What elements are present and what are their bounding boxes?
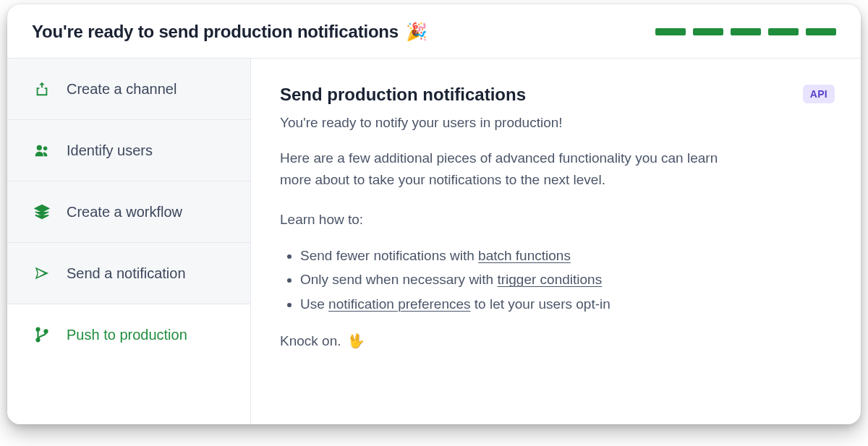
paper-plane-icon [33,265,51,282]
sidebar-item-identify-users[interactable]: Identify users [7,120,250,181]
list-item: Use notification preferences to let your… [300,293,728,314]
sidebar-item-label: Send a notification [67,265,186,282]
progress-bar [655,28,836,35]
list-item: Only send when necessary with trigger co… [300,269,728,290]
main-content: Send production notifications API You're… [251,59,861,424]
page-title-text: You're ready to send production notifica… [32,22,399,42]
list-item: Send fewer notifications with batch func… [300,245,728,266]
sidebar-item-create-channel[interactable]: Create a channel [7,59,250,120]
users-icon [33,142,51,159]
upload-box-icon [33,80,51,98]
link-trigger-conditions[interactable]: trigger conditions [497,272,602,287]
api-badge: API [803,85,835,103]
progress-segment [655,28,686,35]
sidebar-item-label: Create a channel [67,81,176,98]
vulcan-salute-icon: 🖖 [347,330,365,351]
sidebar-item-label: Push to production [67,327,187,343]
party-popper-icon: 🎉 [406,22,427,42]
sidebar-item-push-production[interactable]: Push to production [7,304,250,365]
layers-icon [33,203,51,220]
sidebar-item-label: Identify users [67,142,153,159]
svg-point-4 [44,330,47,333]
onboarding-card: You're ready to send production notifica… [7,4,861,424]
steps-sidebar: Create a channel Identify users Create a… [7,59,251,424]
git-branch-icon [33,326,51,343]
signoff-text: Knock on. [280,330,341,351]
learn-heading: Learn how to: [280,209,728,230]
svg-point-1 [43,147,48,151]
content-title: Send production notifications [280,85,526,105]
svg-point-2 [36,328,39,331]
sidebar-item-label: Create a workflow [67,204,182,220]
svg-point-0 [37,145,42,150]
link-batch-functions[interactable]: batch functions [478,248,571,263]
progress-segment [731,28,761,35]
progress-segment [768,28,799,35]
intro-text: You're ready to notify your users in pro… [280,112,728,133]
link-notification-preferences[interactable]: notification preferences [328,296,470,312]
sidebar-item-send-notification[interactable]: Send a notification [7,243,250,304]
svg-point-3 [36,338,39,341]
progress-segment [693,28,723,35]
signoff: Knock on. 🖖 [280,330,728,351]
learn-list: Send fewer notifications with batch func… [280,245,728,314]
page-title: You're ready to send production notifica… [32,22,427,42]
card-body: Create a channel Identify users Create a… [7,59,861,424]
card-header: You're ready to send production notifica… [7,4,861,59]
progress-segment [806,28,836,35]
paragraph-text: Here are a few additional pieces of adva… [280,147,728,190]
sidebar-item-create-workflow[interactable]: Create a workflow [7,181,250,243]
